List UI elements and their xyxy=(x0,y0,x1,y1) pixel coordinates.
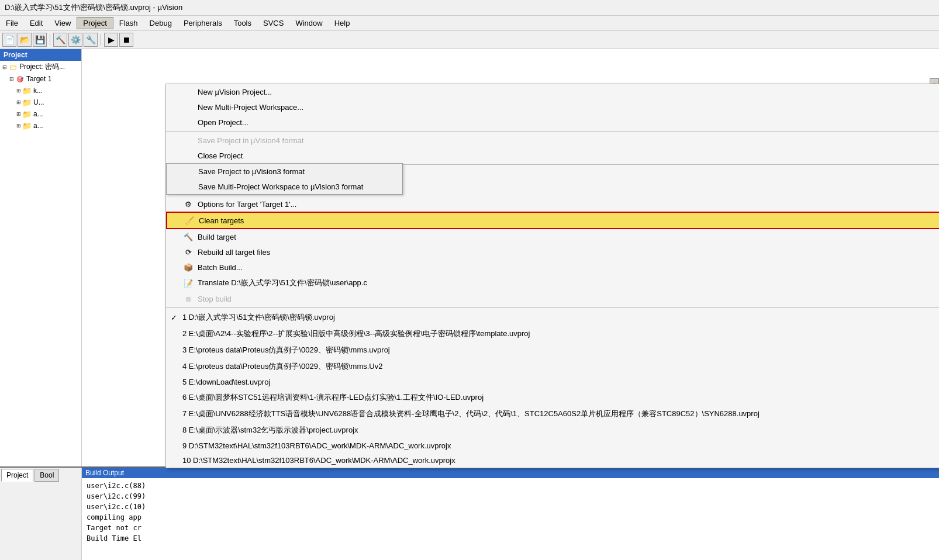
menu-stop-build: ⏹ Stop build xyxy=(166,291,939,306)
folder-a2-icon: 📁 xyxy=(22,121,32,130)
tab-project[interactable]: Project xyxy=(1,469,33,482)
menu-save-uv4: Save Project in µVision4 format xyxy=(166,133,939,148)
menu-new-project[interactable]: New µVision Project... xyxy=(166,84,939,99)
expand-icon-a2: ⊞ xyxy=(16,123,21,129)
recent-project-4[interactable]: 4 E:\proteus data\Proteus仿真例子\0029、密码锁\m… xyxy=(166,358,939,375)
close-project-icon xyxy=(182,151,194,160)
menu-bar: File Edit View Project Flash Debug Perip… xyxy=(0,16,939,31)
build-line-1: user\i2c.c(88) xyxy=(87,481,934,491)
recent-project-1[interactable]: ✓ 1 D:\嵌入式学习\51文件\密码锁\密码锁.uvproj xyxy=(166,309,939,326)
menu-close-project[interactable]: Close Project xyxy=(166,148,939,163)
folder-a1-icon: 📁 xyxy=(22,109,32,119)
build-line-3: user\i2c.c(10) xyxy=(87,502,934,512)
sep-1 xyxy=(166,131,939,132)
recent-project-7[interactable]: 7 E:\桌面\UNV6288经济款TTS语音模块\UNV6288语音合成模块资… xyxy=(166,406,939,422)
save-workspace-uv3-icon xyxy=(183,182,195,191)
build-icon: 🔨 xyxy=(182,232,194,241)
panel-header: Project xyxy=(0,49,81,61)
menu-tools[interactable]: Tools xyxy=(228,18,257,29)
tree-target1[interactable]: ⊟ 🎯 Target 1 xyxy=(7,73,81,85)
open-file-btn[interactable]: 📂 xyxy=(18,33,32,47)
bottom-area: Project Bool Build Output user\i2c.c(88)… xyxy=(0,466,939,560)
folder-u-icon: 📁 xyxy=(22,98,32,107)
menu-options-target[interactable]: ⚙ Options for Target 'Target 1'... Alt+F… xyxy=(166,196,939,212)
tree-item-a2[interactable]: ⊞ 📁 a... xyxy=(14,120,81,132)
tree-project-root[interactable]: ⊟ 🗁 Project: 密码... xyxy=(0,61,81,73)
tree-item-k[interactable]: ⊞ 📁 k... xyxy=(14,85,81,96)
build-line-2: user\i2c.c(99) xyxy=(87,491,934,502)
expand-icon-k: ⊞ xyxy=(16,88,21,94)
menu-new-multiproject[interactable]: New Multi-Project Workspace... xyxy=(166,99,939,115)
toolbar-btn-4[interactable]: 🔧 xyxy=(84,33,98,47)
menu-help[interactable]: Help xyxy=(329,18,356,29)
new-multiproject-icon xyxy=(182,102,194,112)
menu-window[interactable]: Window xyxy=(289,18,328,29)
options-gear-icon: ⚙ xyxy=(182,199,194,209)
recent-project-5[interactable]: 5 E:\downLoad\test.uvproj xyxy=(166,375,939,389)
submenu-panel: Save Project to µVision3 format Save Mul… xyxy=(166,163,403,195)
save-uv3-icon xyxy=(183,167,195,176)
toolbar-btn-5[interactable]: ▶ xyxy=(104,33,118,47)
project-folder-icon: 🗁 xyxy=(8,63,18,72)
recent-project-2[interactable]: 2 E:\桌面\A2\4--实验程序\2--扩展实验\旧版中高级例程\3--高级… xyxy=(166,326,939,342)
submenu-save-workspace-uv3[interactable]: Save Multi-Project Workspace to µVision3… xyxy=(167,179,402,194)
expand-icon-t1: ⊟ xyxy=(9,76,14,82)
project-dropdown: New µVision Project... New Multi-Project… xyxy=(165,84,939,468)
tree-item-a1[interactable]: ⊞ 📁 a... xyxy=(14,108,81,120)
recent-project-10[interactable]: 10 D:\STM32text\HAL\stm32f103RBT6\ADC_wo… xyxy=(166,453,939,468)
build-output-panel: Build Output user\i2c.c(88) user\i2c.c(9… xyxy=(82,468,939,560)
save-uv4-icon xyxy=(182,136,194,145)
stop-icon: ⏹ xyxy=(182,294,194,303)
toolbar: 📄 📂 💾 🔨 ⚙️ 🔧 ▶ ⏹ xyxy=(0,31,939,49)
target-icon: 🎯 xyxy=(15,74,25,84)
toolbar-btn-2[interactable]: 🔨 xyxy=(53,33,67,47)
bottom-tabs: Project Bool xyxy=(1,469,80,482)
menu-peripherals[interactable]: Peripherals xyxy=(178,18,228,29)
rebuild-icon: ⟳ xyxy=(182,247,194,257)
new-file-btn[interactable]: 📄 xyxy=(2,33,16,47)
build-line-4: compiling app xyxy=(87,512,934,523)
recent-project-3[interactable]: 3 E:\proteus data\Proteus仿真例子\0029、密码锁\m… xyxy=(166,342,939,358)
build-line-6: Build Time El xyxy=(87,533,934,544)
recent-project-8[interactable]: 8 E:\桌面\示波器\stm32乞丐版示波器\project.uvprojx xyxy=(166,422,939,438)
submenu-save-uv3[interactable]: Save Project to µVision3 format xyxy=(167,164,402,179)
bottom-left-panel: Project Bool xyxy=(0,468,82,560)
build-line-5: Target not cr xyxy=(87,523,934,533)
new-project-icon xyxy=(182,87,194,96)
checkmark-1: ✓ xyxy=(171,313,177,322)
save-btn[interactable]: 💾 xyxy=(33,33,47,47)
menu-project[interactable]: Project xyxy=(77,17,113,29)
menu-batch-build[interactable]: 📦 Batch Build... xyxy=(166,260,939,275)
expand-icon-a1: ⊞ xyxy=(16,111,21,117)
tree-item-u[interactable]: ⊞ 📁 U... xyxy=(14,96,81,108)
menu-view[interactable]: View xyxy=(49,18,77,29)
menu-build-target[interactable]: 🔨 Build target F7 xyxy=(166,229,939,244)
recent-project-9[interactable]: 9 D:\STM32text\HAL\stm32f103RBT6\ADC_wor… xyxy=(166,438,939,453)
menu-open-project[interactable]: Open Project... xyxy=(166,115,939,130)
recent-project-6[interactable]: 6 E:\桌面\圆梦杯STC51远程培训资料\1-演示程序-LED点灯实验\1.… xyxy=(166,389,939,406)
menu-translate[interactable]: 📝 Translate D:\嵌入式学习\51文件\密码锁\user\app.c… xyxy=(166,275,939,291)
title-text: D:\嵌入式学习\51文件\密码锁\密码锁.uvproj - µVision xyxy=(5,3,182,12)
translate-icon: 📝 xyxy=(182,278,194,288)
tab-bool[interactable]: Bool xyxy=(34,469,59,482)
toolbar-btn-3[interactable]: ⚙️ xyxy=(68,33,82,47)
menu-flash[interactable]: Flash xyxy=(113,18,144,29)
expand-icon-u: ⊞ xyxy=(16,99,21,105)
batch-icon: 📦 xyxy=(182,262,194,272)
menu-edit[interactable]: Edit xyxy=(24,18,49,29)
expand-icon: ⊟ xyxy=(2,64,7,70)
menu-clean-targets[interactable]: 🧹 Clean targets xyxy=(166,212,939,229)
sep-3 xyxy=(166,307,939,308)
clean-icon: 🧹 xyxy=(184,216,195,225)
menu-rebuild-all[interactable]: ⟳ Rebuild all target files xyxy=(166,244,939,260)
folder-k-icon: 📁 xyxy=(22,86,32,95)
toolbar-btn-6[interactable]: ⏹ xyxy=(119,33,133,47)
title-bar: D:\嵌入式学习\51文件\密码锁\密码锁.uvproj - µVision xyxy=(0,0,939,16)
open-project-icon xyxy=(182,117,194,127)
build-output-content: user\i2c.c(88) user\i2c.c(99) user\i2c.c… xyxy=(82,478,939,546)
toolbar-sep-1 xyxy=(50,34,50,46)
menu-svcs[interactable]: SVCS xyxy=(257,18,289,29)
menu-file[interactable]: File xyxy=(0,18,24,29)
menu-debug[interactable]: Debug xyxy=(144,18,178,29)
build-output-header: Build Output xyxy=(82,468,939,478)
